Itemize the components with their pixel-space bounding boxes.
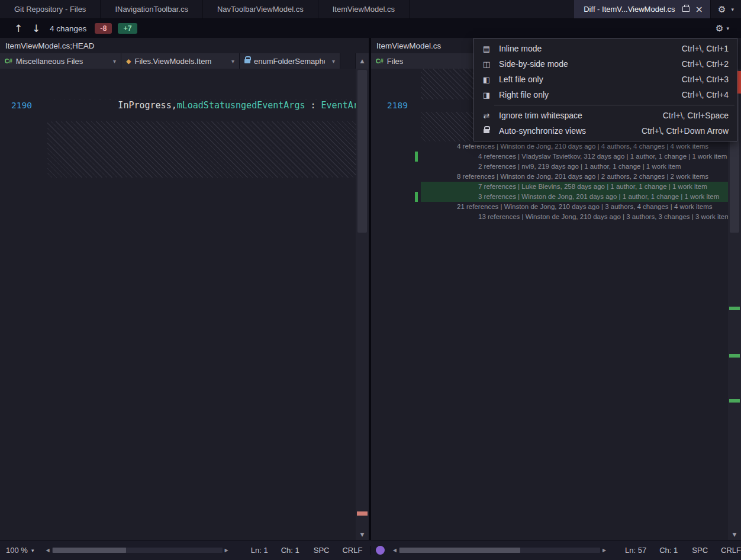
gutter-icon-column <box>371 182 386 192</box>
tab-diff-active[interactable]: Diff - ItemV...ViewModel.cs × <box>574 0 711 18</box>
pin-icon[interactable] <box>682 7 690 12</box>
tab-git-repository-files[interactable]: Git Repository - Files <box>0 0 101 18</box>
collapsed-diff-region <box>47 121 356 178</box>
code-text <box>47 89 356 99</box>
scroll-up-button[interactable]: ▲ <box>355 53 369 69</box>
codelens-line: 3 references | Winston de Jong, 201 days… <box>371 192 728 202</box>
sidebyside-icon: ◫ <box>479 60 494 69</box>
eol-indicator[interactable]: CRLF <box>721 546 741 555</box>
h-scroll-left-button[interactable]: ◀ <box>43 548 51 553</box>
csharp-file-icon: C# <box>376 58 384 65</box>
gap-row <box>0 79 356 89</box>
indentation-indicator[interactable]: SPC <box>692 546 708 555</box>
change-gutter <box>413 152 421 162</box>
diff-settings-button[interactable]: ⚙ ▾ <box>716 23 732 34</box>
change-gutter <box>37 188 47 198</box>
diff-settings-chevron-icon: ▾ <box>726 25 729 31</box>
breadcrumb-dropdown[interactable]: enumFolderSemaphore▾ <box>240 53 340 69</box>
breadcrumb-label: Files <box>387 57 403 66</box>
extension-icon[interactable] <box>376 546 385 555</box>
gutter-icon-column <box>371 202 386 212</box>
line-number <box>386 152 413 162</box>
menu-item-right-file-only[interactable]: ◨Right file onlyCtrl+\, Ctrl+4 <box>474 87 737 102</box>
menu-item-side-by-side-mode[interactable]: ◫Side-by-side modeCtrl+\, Ctrl+2 <box>474 56 737 72</box>
tab-inavigationtoolbar-cs[interactable]: INavigationToolbar.cs <box>101 0 203 18</box>
change-gutter <box>37 178 47 188</box>
scrollbar-thumb[interactable] <box>357 70 367 233</box>
left-code-editor[interactable]: 2163 Connection.RequestReceived -= Conne… <box>0 69 356 540</box>
scrollbar-thumb[interactable] <box>53 548 126 553</box>
line-number <box>0 121 37 178</box>
pane-title-left: ItemViewModel.cs;HEAD <box>0 38 369 53</box>
line-indicator[interactable]: Ln: 1 <box>251 546 268 555</box>
breadcrumb-label: Miscellaneous Files <box>16 57 83 66</box>
codelens[interactable]: 3 references | Winston de Jong, 201 days… <box>421 192 728 202</box>
column-indicator[interactable]: Ch: 1 <box>659 546 678 555</box>
breadcrumb-dropdown[interactable]: ◆Files.ViewModels.Item▾ <box>121 53 240 69</box>
code-text <box>47 79 356 89</box>
added-change-bar <box>415 192 418 202</box>
codelens[interactable]: 7 references | Luke Blevins, 258 days ag… <box>421 182 728 192</box>
code-text <box>47 111 356 121</box>
menu-item-label: Inline mode <box>499 44 542 53</box>
next-change-button[interactable]: ↓ <box>27 22 45 34</box>
tab-itemviewmodel-cs[interactable]: ItemViewModel.cs <box>318 0 410 18</box>
h-scroll-right-button[interactable]: ▶ <box>223 548 231 553</box>
chevron-down-icon: ▾ <box>328 58 335 65</box>
scrollbar-thumb[interactable] <box>400 548 520 553</box>
tab-navtoolbarviewmodel-cs[interactable]: NavToolbarViewModel.cs <box>203 0 318 18</box>
line-number <box>386 182 413 192</box>
line-number <box>0 188 37 198</box>
scrollbar-mark-added <box>729 354 740 358</box>
left-horizontal-scrollbar[interactable] <box>52 548 223 553</box>
menu-item-ignore-trim-whitespace[interactable]: ⇄Ignore trim whitespaceCtrl+\, Ctrl+Spac… <box>474 108 737 123</box>
indentation-indicator[interactable]: SPC <box>314 546 330 555</box>
left-diff-pane: ItemViewModel.cs;HEAD C#Miscellaneous Fi… <box>0 38 369 540</box>
left-navigation-bar: C#Miscellaneous Files▾◆Files.ViewModels.… <box>0 53 369 69</box>
h-scroll-right-button[interactable]: ▶ <box>600 548 608 553</box>
codelens[interactable]: 2 references | nvi9, 219 days ago | 1 au… <box>421 162 728 172</box>
zoom-control[interactable]: 100 % ▾ <box>6 546 34 555</box>
line-number <box>0 89 37 99</box>
line-number <box>386 192 413 202</box>
codelens[interactable]: 21 references | Winston de Jong, 210 day… <box>421 202 728 212</box>
breadcrumb-dropdown[interactable]: C#Files▾ <box>371 53 489 69</box>
breadcrumb-label: Files.ViewModels.Item <box>134 57 211 66</box>
eol-indicator[interactable]: CRLF <box>342 546 362 555</box>
status-left-section: 100 % ▾ ◀ ▶ Ln: 1 Ch: 1 SPC CRLF <box>0 546 370 555</box>
line-number <box>0 111 37 121</box>
menu-item-auto-synchronize-views[interactable]: Auto-synchronize viewsCtrl+\, Ctrl+Down … <box>474 123 737 139</box>
codelens[interactable]: 4 references | Vladyslav Tsvietkov, 312 … <box>421 152 728 162</box>
column-indicator[interactable]: Ch: 1 <box>281 546 299 555</box>
gear-icon[interactable]: ⚙ <box>718 4 726 15</box>
menu-item-shortcut: Ctrl+\, Ctrl+Space <box>663 111 729 120</box>
line-indicator[interactable]: Ln: 57 <box>625 546 646 555</box>
status-right-section: ◀ ▶ Ln: 57 Ch: 1 SPC CRLF <box>370 546 741 555</box>
gap-row <box>0 89 356 99</box>
vs-diff-window: Git Repository - FilesINavigationToolbar… <box>0 0 741 560</box>
h-scroll-left-button[interactable]: ◀ <box>391 548 399 553</box>
scroll-down-button[interactable]: ▼ <box>356 529 369 540</box>
change-gutter <box>413 212 421 222</box>
change-gutter <box>37 89 47 99</box>
codelens[interactable]: 13 references | Winston de Jong, 210 day… <box>421 212 728 222</box>
menu-item-inline-mode[interactable]: ▤Inline modeCtrl+\, Ctrl+1 <box>474 41 737 56</box>
change-gutter <box>37 121 47 178</box>
diff-toolbar: ↑ ↓ 4 changes -8 +7 ⚙ ▾ <box>0 19 741 38</box>
menu-item-left-file-only[interactable]: ◧Left file onlyCtrl+\, Ctrl+3 <box>474 72 737 87</box>
codelens[interactable]: 4 references | Winston de Jong, 210 days… <box>421 141 728 152</box>
gap-row <box>0 178 356 188</box>
close-icon[interactable]: × <box>695 5 703 14</box>
codelens-line: 8 references | Winston de Jong, 201 days… <box>371 172 728 182</box>
chevron-down-icon[interactable]: ▾ <box>731 7 734 12</box>
gap-row <box>0 188 356 198</box>
leftonly-icon: ◧ <box>479 75 494 84</box>
breadcrumb-label: enumFolderSemaphore <box>254 57 325 66</box>
right-horizontal-scrollbar[interactable] <box>399 548 600 553</box>
change-gutter <box>37 79 47 89</box>
scroll-down-button[interactable]: ▼ <box>728 529 741 540</box>
codelens[interactable]: 8 references | Winston de Jong, 201 days… <box>421 172 728 182</box>
breadcrumb-dropdown[interactable]: C#Miscellaneous Files▾ <box>0 53 121 69</box>
left-vertical-scrollbar[interactable]: ▼ <box>356 69 369 540</box>
previous-change-button[interactable]: ↑ <box>9 22 27 34</box>
